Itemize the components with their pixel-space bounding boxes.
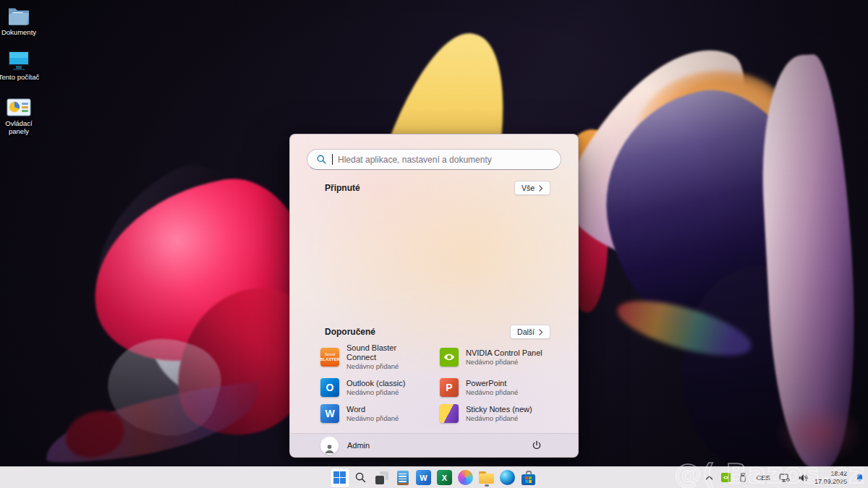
time: 18:42	[814, 470, 847, 478]
app-status: Nedávno přidané	[346, 388, 405, 397]
app-status: Nedávno přidané	[346, 362, 428, 371]
speaker-icon	[798, 473, 808, 483]
user-profile-button[interactable]: Admin	[320, 437, 370, 455]
network-button[interactable]	[778, 471, 791, 484]
app-name: Sticky Notes (new)	[466, 405, 532, 414]
recommended-item-powerpoint[interactable]: P PowerPoint Nedávno přidané	[435, 376, 552, 399]
hidden-icons-button[interactable]	[704, 474, 715, 482]
volume-button[interactable]	[796, 471, 809, 484]
safely-remove-hardware-button[interactable]	[737, 471, 749, 484]
app-status: Nedávno přidané	[466, 358, 542, 367]
app-name: Sound Blaster Connect	[346, 343, 428, 362]
recommended-item-nvidia[interactable]: NVIDIA Control Panel Nedávno přidané	[435, 341, 552, 373]
start-button[interactable]	[331, 468, 349, 487]
excel-icon: X	[437, 470, 452, 485]
network-display-icon	[779, 473, 790, 483]
recommended-section-title: Doporučené	[325, 327, 375, 337]
search-input[interactable]	[338, 155, 552, 165]
system-tray: CES 18:42 17.09.2025	[704, 467, 866, 488]
edge-icon	[500, 470, 515, 485]
recommended-item-outlook[interactable]: O Outlook (classic) Nedávno přidané	[316, 376, 433, 399]
text-cursor	[332, 154, 333, 165]
desktop-icon-label: Ovládací panely	[0, 119, 38, 135]
excel-button[interactable]: X	[435, 468, 454, 487]
task-view-button[interactable]	[373, 468, 391, 487]
notebook-app-button[interactable]	[393, 468, 412, 487]
wallpaper-right-petal-glow	[775, 403, 864, 463]
chevron-right-icon	[539, 329, 543, 335]
powerpoint-icon: P	[440, 378, 459, 397]
app-status: Nedávno přidané	[346, 414, 399, 423]
pinned-section-title: Připnuté	[325, 183, 360, 193]
sound-blaster-connect-icon: Sound BLASTER	[320, 348, 339, 367]
recommended-more-button[interactable]: Další	[510, 325, 550, 339]
clock[interactable]: 18:42 17.09.2025	[814, 470, 847, 485]
control-panel-icon	[7, 98, 31, 117]
language-indicator[interactable]: CES	[754, 472, 773, 483]
this-pc-monitor-icon	[7, 49, 31, 71]
start-menu: Připnuté Vše Doporučené Další Sound BLAS…	[289, 134, 579, 458]
date: 17.09.2025	[814, 478, 847, 486]
recommended-item-word[interactable]: W Word Nedávno přidané	[316, 402, 433, 425]
person-icon	[323, 442, 336, 455]
notebook-icon	[397, 471, 409, 485]
avatar	[320, 437, 339, 455]
recommended-item-sticky-notes[interactable]: Sticky Notes (new) Nedávno přidané	[435, 402, 552, 425]
power-icon	[532, 440, 542, 450]
app-name: PowerPoint	[466, 379, 518, 388]
recommended-item-sound-blaster[interactable]: Sound BLASTER Sound Blaster Connect Nedá…	[316, 341, 433, 373]
power-button[interactable]	[527, 436, 546, 455]
taskbar-search-button[interactable]	[352, 468, 370, 487]
app-name: Outlook (classic)	[346, 379, 405, 388]
file-explorer-icon	[479, 471, 494, 484]
nvidia-control-panel-icon	[440, 348, 459, 367]
nvidia-tray-icon	[721, 473, 731, 482]
taskbar: W X	[0, 466, 868, 488]
edge-button[interactable]	[498, 468, 517, 487]
desktop-icon-label: Dokumenty	[1, 28, 36, 36]
microsoft-store-icon	[522, 471, 535, 485]
recommended-grid: Sound BLASTER Sound Blaster Connect Nedá…	[316, 341, 552, 425]
task-view-icon	[375, 471, 388, 484]
user-name: Admin	[347, 441, 370, 450]
sticky-notes-icon	[440, 404, 459, 423]
desktop-icon-control-panel[interactable]: Ovládací panely	[0, 98, 38, 135]
desktop-icon-this-pc[interactable]: Tento počítač	[0, 49, 38, 81]
store-button[interactable]	[519, 468, 538, 487]
search-icon	[354, 471, 367, 484]
copilot-button[interactable]	[456, 468, 475, 487]
running-indicator	[485, 484, 489, 487]
search-icon	[316, 154, 327, 165]
nvidia-tray-button[interactable]	[720, 471, 732, 484]
word-button[interactable]: W	[414, 468, 433, 487]
file-explorer-button[interactable]	[477, 468, 496, 487]
outlook-icon: O	[320, 378, 339, 397]
notifications-button[interactable]	[854, 471, 866, 484]
app-name: Word	[346, 405, 399, 414]
app-status: Nedávno přidané	[466, 388, 518, 397]
start-menu-user-bar: Admin	[290, 433, 578, 457]
chevron-right-icon	[539, 185, 543, 192]
app-status: Nedávno přidané	[466, 414, 532, 423]
chevron-up-icon	[705, 475, 713, 481]
desktop-icon-documents[interactable]: Dokumenty	[0, 6, 38, 36]
start-search-box[interactable]	[307, 149, 561, 170]
word-icon: W	[416, 470, 431, 485]
usb-device-icon	[739, 472, 747, 483]
windows-logo-icon	[333, 471, 346, 484]
desktop-icon-label: Tento počítač	[0, 73, 39, 81]
copilot-icon	[458, 470, 473, 485]
pinned-all-button[interactable]: Vše	[514, 181, 550, 195]
app-name: NVIDIA Control Panel	[466, 348, 542, 358]
notification-bell-icon	[855, 473, 864, 483]
word-icon: W	[320, 404, 339, 423]
documents-folder-icon	[7, 6, 30, 26]
